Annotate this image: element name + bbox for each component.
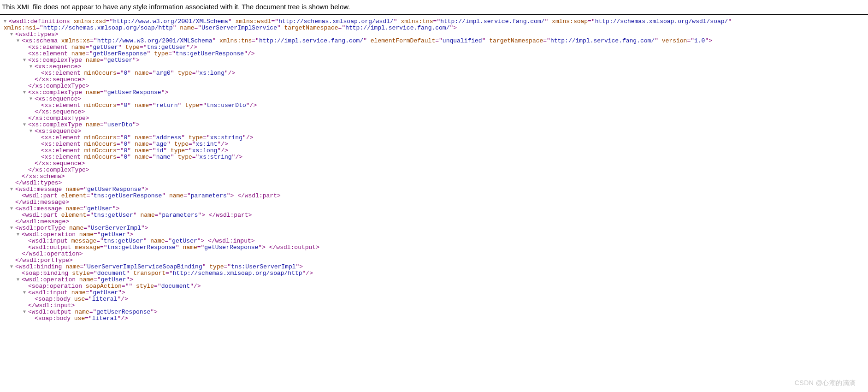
collapse-toggle-icon[interactable]: ▼ [30,64,34,70]
xml-tree: ▼<wsdl:definitions xmlns:xsd="http://www… [0,18,868,322]
xml-tag: " [655,37,658,44]
xml-tag: =" [149,102,156,109]
xml-attr-name: type [150,50,168,57]
collapse-toggle-icon[interactable]: ▼ [23,290,28,296]
xml-tag: =" [168,50,176,57]
collapse-toggle-icon[interactable]: ▼ [30,128,34,135]
xml-line: <soap:operation soapAction="" style="doc… [3,283,868,290]
collapse-toggle-icon[interactable]: ▼ [23,309,28,315]
xml-tag: =" [86,50,93,57]
xml-tag: =" [100,244,107,251]
xml-attr-value: getUser [107,57,133,64]
xml-tag: <xs:element [41,134,81,141]
xml-attr-value: xs:int [196,141,218,148]
xml-attr-name: name [82,57,100,64]
xml-tag: <xs:complexType [28,89,82,96]
xml-attr-name: minOccurs [81,70,117,77]
xml-tag: <xs:element [41,147,81,154]
xml-attr-value: xs:string [199,154,231,160]
xml-tag: =" [203,134,210,141]
xml-tag: " [118,44,122,51]
xml-line: ▼<wsdl:operation name="getUser"> [3,232,868,238]
collapse-toggle-icon[interactable]: ▼ [23,57,28,64]
xml-attr-value: parameters [191,192,227,199]
xml-tag: " [162,192,165,199]
xml-tag: "> [705,37,712,44]
collapse-toggle-icon[interactable]: ▼ [17,277,21,283]
collapse-toggle-icon[interactable]: ▼ [10,31,15,38]
xml-attr-value: getUserResponse [93,50,147,57]
collapse-toggle-icon[interactable]: ▼ [30,96,34,102]
xml-attr-name: minOccurs [81,147,117,154]
xml-attr-name: name [165,192,183,199]
xml-line: ▼<wsdl:binding name="UserServerImplServi… [3,264,868,270]
xml-tag: </wsdl:message> [15,218,69,225]
xml-attr-name: xmlns:ns1 [4,24,36,31]
xml-attr-value: http://schemas.xmlsoap.org/wsdl/soap/ [595,18,728,25]
xml-tag: " [181,134,185,141]
xml-attr-value: getUserResponse [204,244,258,251]
xml-tag: =" [197,244,205,251]
xml-tag: <xs:complexType [28,121,82,128]
collapse-toggle-icon[interactable]: ▼ [10,206,15,212]
xml-attr-name: type [174,70,192,77]
xml-tag: "> [132,57,140,64]
collapse-toggle-icon[interactable]: ▼ [23,89,28,96]
xml-tag: =" [140,44,147,51]
xml-attr-name: soapAction [82,283,122,290]
xml-tag: <soap:body [35,296,71,303]
xml-tag: " [127,147,131,154]
xml-tag: <wsdl:input [28,238,68,244]
collapse-toggle-icon[interactable]: ▼ [10,264,15,270]
xml-tag: =" [117,70,124,77]
collapse-toggle-icon[interactable]: ▼ [10,186,15,193]
xml-attr-name: name [68,50,86,57]
xml-tag: "/> [244,50,254,57]
xml-attr-name: type [181,102,199,109]
xml-tag: <wsdl:portType [15,225,65,232]
xml-line: ▼<wsdl:types> [3,31,868,38]
xml-tag: </wsdl:message> [15,199,69,206]
xml-line: <wsdl:part element="tns:getUserResponse"… [3,193,868,199]
xml-tag: =" [83,225,91,232]
xml-attr-name: type [167,147,185,154]
collapse-toggle-icon[interactable]: ▼ [17,38,21,44]
xml-attr-value: name [156,154,171,160]
xml-tag: <wsdl:part [22,192,58,199]
xml-line: <xs:element name="getUser" type="tns:get… [3,44,868,51]
collapse-toggle-icon[interactable]: ▼ [17,232,21,238]
xml-attr-name: name [131,70,149,77]
xml-line: </xs:complexType> [3,167,868,173]
xml-line: <xs:element minOccurs="0" name="address"… [3,135,868,141]
xml-line: ▼<xs:schema xmlns:xs="http://www.w3.org/… [3,38,868,44]
xml-line: </xs:complexType> [3,83,868,89]
xml-attr-value: tns:getUserResponse [94,192,162,199]
xml-attr-name: name [137,212,155,219]
xml-attr-name: name [68,44,86,51]
xml-tag: =" [149,147,156,154]
xml-attr-value: age [156,141,167,148]
xml-tag: =" [90,270,97,277]
xml-line: <wsdl:input message="tns:getUser" name="… [3,238,868,244]
xml-attr-value: getUserResponse [107,89,161,96]
xml-attr-name: xmlns:soap [548,18,588,25]
xml-attr-value: parameters [162,212,198,219]
xml-tag: "/> [232,154,242,160]
xml-tag: " [133,212,137,219]
xml-tag: <xs:element [41,102,81,109]
xml-tag: <wsdl:types> [15,31,59,38]
xml-line: ▼<xs:sequence> [3,64,868,70]
xml-tag: "> </wsdl:part> [198,212,252,219]
collapse-toggle-icon[interactable]: ▼ [10,225,15,232]
xml-attr-name: minOccurs [81,134,117,141]
xml-tag: =" [86,44,93,51]
xml-line: </xs:schema> [3,173,868,180]
collapse-toggle-icon[interactable]: ▼ [23,122,28,128]
xml-tag: " [171,70,174,77]
xml-line: </xs:complexType> [3,115,868,122]
xml-tag: "> [449,24,457,31]
collapse-toggle-icon[interactable]: ▼ [4,18,8,25]
xml-tag: " [173,24,177,31]
xml-attr-name: name [179,244,197,251]
xml-tag: =" [189,141,196,148]
